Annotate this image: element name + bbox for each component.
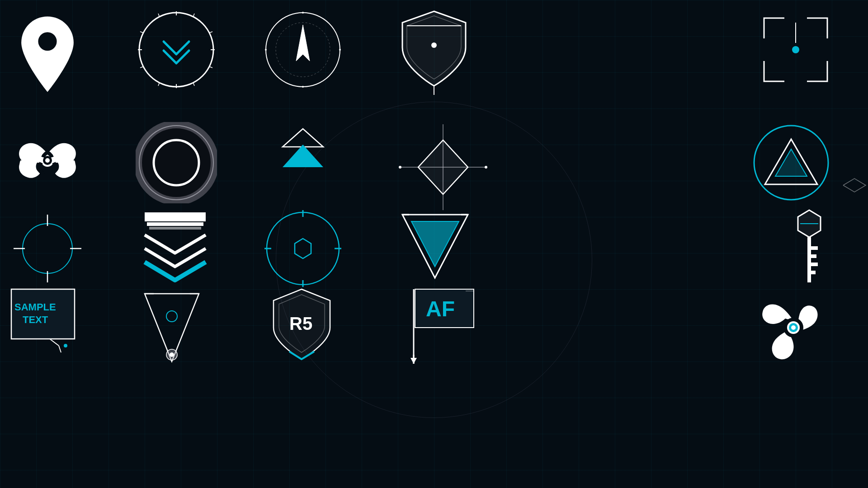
text-callout-icon[interactable]: SAMPLE TEXT [9,287,79,359]
svg-marker-58 [411,221,459,267]
svg-rect-49 [147,222,203,226]
svg-rect-64 [811,246,818,250]
svg-point-95 [791,325,796,330]
svg-point-51 [267,212,339,285]
svg-marker-33 [283,129,323,147]
right-arrow-icon [841,176,868,194]
svg-point-18 [265,49,267,51]
svg-point-16 [302,12,304,14]
crosshair-icon[interactable] [11,212,84,285]
svg-rect-48 [145,212,206,221]
compass-icon[interactable] [262,9,344,90]
svg-point-77 [170,352,174,357]
down-arrow-icon[interactable] [278,122,328,176]
svg-marker-37 [418,140,468,194]
circle-chevron-icon[interactable] [136,9,217,90]
svg-text:TEXT: TEXT [23,314,48,325]
svg-point-29 [45,158,50,163]
location-pin-icon[interactable] [18,14,77,95]
svg-marker-56 [295,239,311,258]
key-icon[interactable] [787,206,832,291]
svg-text:AF: AF [426,297,455,321]
svg-rect-65 [811,254,816,258]
svg-point-2 [139,13,213,87]
flag-af-icon[interactable]: AF [402,285,479,364]
svg-line-70 [50,339,59,346]
svg-rect-63 [807,237,811,282]
svg-point-72 [64,344,67,347]
svg-point-30 [138,124,215,201]
radiation-icon[interactable] [753,287,834,368]
biohazard-icon[interactable] [9,122,86,199]
svg-text:R5: R5 [289,314,312,333]
svg-marker-21 [296,25,310,61]
svg-point-22 [431,42,437,48]
svg-point-38 [399,166,401,169]
target-icon[interactable] [262,208,344,289]
triangle-circle-icon[interactable] [750,122,832,203]
svg-point-26 [792,46,799,53]
svg-point-43 [23,224,72,273]
svg-line-71 [59,346,61,352]
circle-ring-icon[interactable] [136,122,217,203]
shield-pin-icon[interactable] [398,7,470,97]
triangle-pin-icon[interactable] [140,285,203,366]
svg-rect-67 [811,271,816,274]
svg-marker-88 [410,358,417,364]
shield-badge-r5-icon[interactable]: R5 [267,285,337,364]
rank-badge-icon[interactable] [136,208,215,294]
svg-point-78 [166,311,177,322]
svg-point-19 [339,49,341,51]
inverted-triangle-icon[interactable] [398,208,472,285]
svg-point-1 [42,36,53,47]
svg-point-17 [302,86,304,88]
svg-point-39 [485,166,487,169]
svg-rect-66 [811,263,818,266]
svg-marker-34 [283,145,323,167]
svg-marker-42 [775,149,807,176]
corner-brackets-icon[interactable] [760,14,832,86]
diamond-crosshair-icon[interactable] [398,122,488,212]
svg-rect-50 [149,227,201,230]
svg-text:SAMPLE: SAMPLE [14,301,56,313]
icons-container: SAMPLE TEXT R5 [0,0,868,488]
